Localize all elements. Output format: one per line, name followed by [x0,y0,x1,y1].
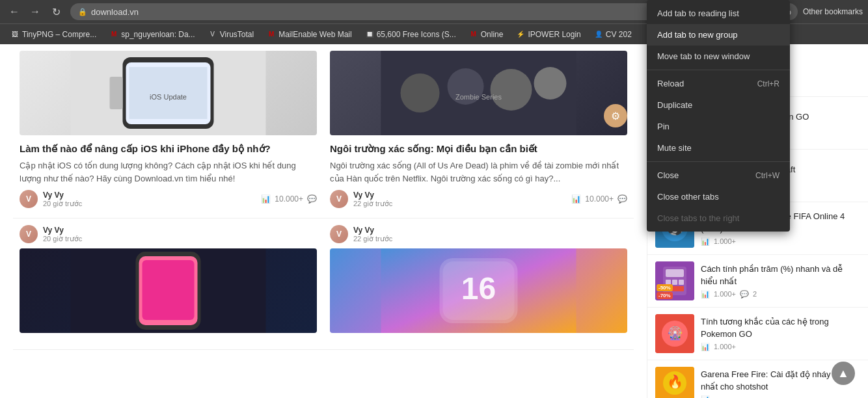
scroll-top-button[interactable]: ▲ [832,362,855,385]
author-time-1: 20 giờ trước [43,200,82,208]
views-icon-2: 📊 [571,194,581,204]
menu-item-pin[interactable]: Pin [647,116,790,137]
bookmark-favicon-vt: V [208,30,217,39]
bookmark-label-tinypng: TinyPNG – Compre... [22,30,96,39]
svg-point-8 [401,73,440,113]
article-title-1: Làm thế nào để nâng cấp iOS khi iPhone đ… [20,142,317,155]
bookmark-label-ipower: IPOWER Login [528,30,580,39]
sidebar-stats-5: 📊 1.000+ 💬 2 [701,290,860,298]
sidebar-stats-7: 📊 [701,395,860,398]
article-card-1: iOS Update Làm thế nào để nâng cấp iOS k… [13,44,323,219]
comment-icon-5: 💬 [740,290,749,298]
url-display: download.vn [91,7,139,17]
views-4: 1.000+ [714,237,736,245]
author-time-3: 20 giờ trước [43,235,82,243]
sidebar-item-5[interactable]: -70% -50% Cách tính phần trăm (%) nhanh … [647,255,868,308]
svg-rect-38 [666,269,684,277]
author-time-4: 22 giờ trước [353,235,392,243]
views-6: 1.000+ [714,343,736,351]
menu-label-reload: Reload [657,79,684,88]
author-info-1: Vy Vy 20 giờ trước [43,191,82,208]
menu-item-mute[interactable]: Mute site [647,137,790,159]
article-desc-1: Cập nhật iOS có tốn dung lượng không? Cá… [20,159,317,185]
article-meta-1: V Vy Vy 20 giờ trước 📊 10.000+ 💬 [20,190,317,208]
back-button[interactable]: ← [5,3,23,21]
badge-50: -50% [657,284,673,291]
sidebar-thumb-5: -70% -50% [655,261,694,300]
views-count-1: 10.000+ [275,194,303,204]
author-avatar-3: V [20,225,38,243]
articles-grid: iOS Update Làm thế nào để nâng cấp iOS k… [0,44,647,350]
bookmark-icons[interactable]: 🔲 65,600 Free Icons (S... [360,28,461,41]
bookmark-label-vt: VirusTotal [220,30,254,39]
bookmark-cv[interactable]: 👤 CV 202 [589,28,637,41]
sidebar-content-5: Cách tính phần trăm (%) nhanh và dễ hiểu… [701,263,860,298]
menu-item-close[interactable]: Close Ctrl+W [647,165,790,186]
forward-button[interactable]: → [26,3,44,21]
settings-button[interactable]: ⚙ [604,104,627,127]
menu-separator-2 [647,161,790,162]
sidebar-content-6: Tính tương khắc của các hệ trong Pokemon… [701,316,860,351]
bookmark-tinypng[interactable]: 🖼 TinyPNG – Compre... [5,28,102,41]
menu-item-reload[interactable]: Reload Ctrl+R [647,73,790,94]
article-stats-2: 📊 10.000+ 💬 [571,194,627,204]
menu-item-duplicate[interactable]: Duplicate [647,94,790,116]
author-info-4: Vy Vy 22 giờ trước [353,226,392,243]
article-meta-2: V Vy Vy 22 giờ trước 📊 10.000+ 💬 [330,190,627,208]
bookmark-sp[interactable]: M sp_nguyenloan: Da... [104,28,200,41]
sidebar-item-6[interactable]: 🎡 Tính tương khắc của các hệ trong Pokem… [647,308,868,360]
article-thumb-1: iOS Update [20,51,317,135]
author-time-2: 22 giờ trước [353,200,392,208]
comments-5: 2 [753,290,757,298]
bookmark-online[interactable]: M Online [464,28,509,41]
bookmark-virustotal[interactable]: V VirusTotal [203,28,259,41]
svg-point-10 [491,69,532,111]
views-5: 1.000+ [714,290,736,298]
author-name-3: Vy Vy [43,226,82,235]
bookmark-label-icons: 65,600 Free Icons (S... [377,30,456,39]
reload-button[interactable]: ↻ [47,3,65,21]
menu-item-new-group[interactable]: Add tab to new group [647,24,790,46]
menu-item-close-others[interactable]: Close other tabs [647,186,790,207]
article-card-3: V Vy Vy 20 giờ trước [13,219,323,350]
menu-label-close-right: Close tabs to the right [657,213,739,223]
article-thumb-2: Zombie Series [330,51,627,135]
nav-buttons: ← → ↻ [5,3,65,21]
bar-icon-7: 📊 [701,395,710,398]
svg-point-11 [534,67,567,100]
badge-70: -70% [657,292,673,299]
author-name-2: Vy Vy [353,191,392,200]
article-card-2: Zombie Series Ngôi trường xác sống: Mọi … [323,44,634,219]
menu-item-new-window[interactable]: Move tab to new window [647,46,790,67]
menu-label-new-group: Add tab to new group [657,30,738,40]
menu-label-close-others: Close other tabs [657,192,719,202]
bookmark-ipower[interactable]: ⚡ IPOWER Login [511,28,586,41]
article-desc-2: Ngôi trường xác sống (All of Us Are Dead… [330,159,627,185]
author-info-3: Vy Vy 20 giờ trước [43,226,82,243]
article-title-2: Ngôi trường xác sống: Mọi điều bạn cần b… [330,142,627,155]
sidebar-stats-4: 📊 1.000+ [701,237,860,246]
bookmark-mailenable[interactable]: M MailEnable Web Mail [262,28,357,41]
bar-icon-4: 📊 [701,237,710,246]
bookmark-label-sp: sp_nguyenloan: Da... [121,30,195,39]
author-name-1: Vy Vy [43,191,82,200]
svg-text:🎡: 🎡 [667,325,683,341]
bookmark-favicon-cv: 👤 [594,30,603,39]
other-bookmarks-label: Other bookmarks [803,7,863,16]
svg-rect-5 [110,77,123,109]
bookmark-label-cv: CV 202 [606,30,632,39]
author-avatar-4: V [330,225,348,243]
content-area: iOS Update Làm thế nào để nâng cấp iOS k… [0,44,647,398]
menu-label-new-window: Move tab to new window [657,51,750,61]
svg-text:iOS Update: iOS Update [150,93,187,101]
sidebar-title-5: Cách tính phần trăm (%) nhanh và dễ hiểu… [701,263,860,287]
lock-icon: 🔒 [78,8,87,16]
bookmark-label-online: Online [481,30,504,39]
article-meta-3: V Vy Vy 20 giờ trước [20,225,317,243]
menu-item-reading-list[interactable]: Add tab to reading list [647,3,790,24]
address-bar[interactable]: 🔒 download.vn [70,3,729,20]
svg-text:Zombie Series: Zombie Series [455,93,502,101]
menu-separator-1 [647,70,790,70]
context-menu: Add tab to reading list Add tab to new g… [647,0,790,232]
bookmark-favicon-icons: 🔲 [365,30,374,39]
